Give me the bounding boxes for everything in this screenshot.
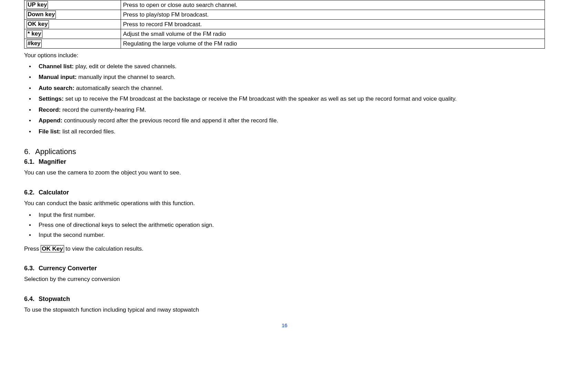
list-item: Channel list: play, edit or delete the s… (24, 61, 545, 72)
key-desc: Press to play/stop FM broadcast. (121, 10, 545, 20)
table-row: #keyRegulating the large volume of the F… (24, 39, 545, 49)
option-desc: manually input the channel to search. (77, 74, 175, 80)
section-6-2-title: Calculator (39, 189, 69, 196)
section-6-1-desc: You can use the camera to zoom the objec… (24, 168, 545, 177)
section-6-1-num: 6.1. (24, 158, 39, 165)
list-item: Input the second number. (24, 230, 545, 240)
key-desc: Press to record FM broadcast. (121, 20, 545, 29)
section-6-4-desc: To use the stopwatch function including … (24, 305, 545, 314)
press-suffix: to view the calculation results. (64, 245, 144, 252)
key-label: * key (27, 30, 42, 38)
press-prefix: Press (24, 245, 41, 252)
table-row: Down keyPress to play/stop FM broadcast. (24, 10, 545, 20)
key-function-table: UP keyPress to open or close auto search… (24, 0, 545, 49)
section-6-2-desc: You can conduct the basic arithmetic ope… (24, 199, 545, 208)
option-title: Channel list: (39, 63, 74, 70)
option-title: Manual input: (39, 74, 77, 80)
ok-key-label: OK Key (41, 245, 64, 252)
key-label: UP key (27, 1, 48, 9)
list-item: Auto search: automatically search the ch… (24, 83, 545, 93)
section-6-2-heading: 6.2.Calculator (24, 189, 545, 196)
options-intro: Your options include: (24, 52, 545, 59)
page-number: 16 (24, 322, 545, 328)
table-row: UP keyPress to open or close auto search… (24, 0, 545, 10)
option-title: Settings: (39, 96, 64, 102)
key-cell: UP key (24, 0, 121, 10)
section-6-4-title: Stopwatch (39, 295, 70, 302)
section-6-4-heading: 6.4.Stopwatch (24, 295, 545, 303)
option-title: Auto search: (39, 85, 74, 91)
section-6-num: 6. (24, 147, 35, 156)
option-desc: list all recorded files. (61, 128, 115, 135)
key-cell: Down key (24, 10, 121, 20)
option-desc: continuously record after the previous r… (62, 117, 278, 124)
option-desc: record the currently-hearing FM. (61, 107, 146, 113)
calculator-press-line: Press OK Key to view the calculation res… (24, 244, 545, 253)
table-row: OK keyPress to record FM broadcast. (24, 20, 545, 29)
section-6-3-title: Currency Converter (39, 265, 97, 272)
list-item: File list: list all recorded files. (24, 126, 545, 137)
list-item: Input the first number. (24, 210, 545, 220)
section-6-2-num: 6.2. (24, 189, 39, 196)
section-6-heading: 6.Applications (24, 147, 545, 156)
list-item: Press one of directional keys to select … (24, 220, 545, 230)
key-cell: * key (24, 29, 121, 39)
key-label: Down key (27, 11, 56, 18)
option-desc: play, edit or delete the saved channels. (74, 63, 176, 70)
section-6-3-heading: 6.3.Currency Converter (24, 265, 545, 272)
section-6-title: Applications (35, 147, 76, 156)
key-cell: #key (24, 39, 121, 49)
calculator-steps: Input the first number.Press one of dire… (24, 210, 545, 240)
list-item: Manual input: manually input the channel… (24, 72, 545, 82)
list-item: Record: record the currently-hearing FM. (24, 104, 545, 115)
section-6-1-heading: 6.1.Magnifier (24, 158, 545, 165)
key-label: OK key (27, 20, 49, 28)
list-item: Settings: set up to receive the FM broad… (24, 93, 545, 104)
option-desc: set up to receive the FM broadcast at th… (64, 96, 457, 102)
section-6-3-num: 6.3. (24, 265, 39, 272)
key-cell: OK key (24, 20, 121, 29)
option-title: Record: (39, 107, 61, 113)
section-6-1-title: Magnifier (39, 158, 66, 165)
list-item: Append: continuously record after the pr… (24, 115, 545, 126)
option-title: Append: (39, 117, 62, 124)
key-desc: Regulating the large volume of the FM ra… (121, 39, 545, 49)
section-6-3-desc: Selection by the currency conversion (24, 275, 545, 284)
option-title: File list: (39, 128, 61, 135)
key-label: #key (27, 40, 42, 47)
options-list: Channel list: play, edit or delete the s… (24, 61, 545, 137)
section-6-4-num: 6.4. (24, 295, 39, 303)
key-desc: Press to open or close auto search chann… (121, 0, 545, 10)
key-desc: Adjust the small volume of the FM radio (121, 29, 545, 39)
option-desc: automatically search the channel. (74, 85, 163, 91)
table-row: * keyAdjust the small volume of the FM r… (24, 29, 545, 39)
